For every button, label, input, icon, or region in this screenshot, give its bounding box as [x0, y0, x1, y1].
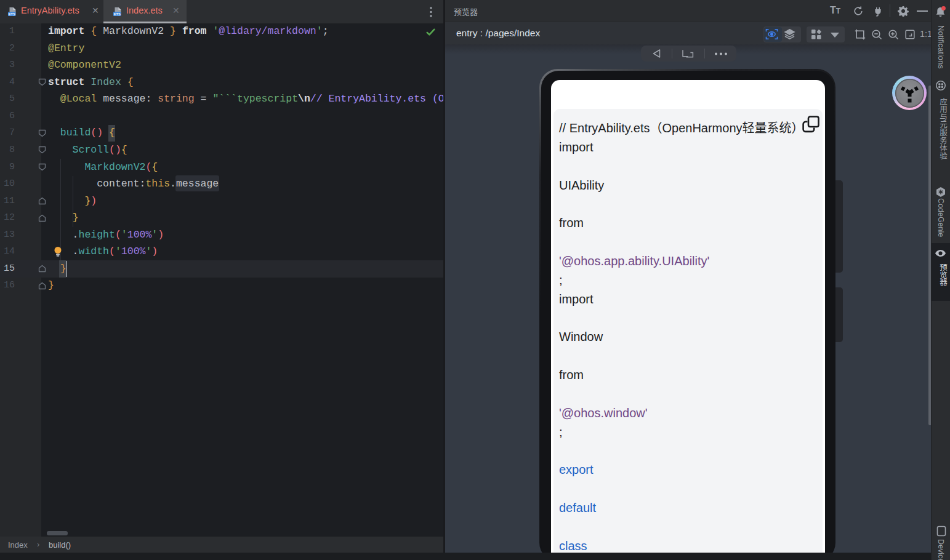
svg-text:ETS: ETS [114, 12, 121, 16]
svg-text:ETS: ETS [9, 12, 15, 16]
